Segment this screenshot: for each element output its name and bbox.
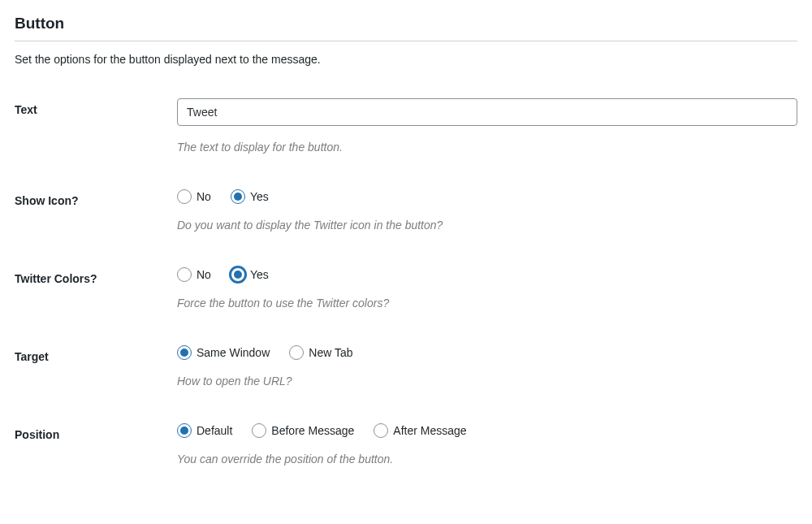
target-new-tab[interactable]: New Tab <box>289 345 352 360</box>
radio-icon <box>374 423 388 438</box>
radio-label: Yes <box>250 268 269 281</box>
radio-icon <box>289 345 304 360</box>
field-twitter-colors-help: Force the button to use the Twitter colo… <box>177 297 797 310</box>
show-icon-radio-group: No Yes <box>177 189 797 204</box>
show-icon-yes[interactable]: Yes <box>231 189 269 204</box>
radio-label: No <box>197 190 211 203</box>
radio-icon <box>177 267 192 282</box>
field-show-icon-help: Do you want to display the Twitter icon … <box>177 219 797 232</box>
field-text: Text The text to display for the button. <box>15 98 797 154</box>
twitter-colors-radio-group: No Yes <box>177 267 797 282</box>
field-show-icon-label: Show Icon? <box>15 189 177 207</box>
show-icon-no[interactable]: No <box>177 189 211 204</box>
field-position-help: You can override the position of the but… <box>177 453 797 466</box>
radio-label: New Tab <box>309 346 352 359</box>
field-show-icon-control: No Yes Do you want to display the Twitte… <box>177 189 797 232</box>
target-same-window[interactable]: Same Window <box>177 345 270 360</box>
radio-label: Default <box>197 424 232 437</box>
position-after[interactable]: After Message <box>374 423 466 438</box>
radio-icon <box>177 189 192 204</box>
section-title: Button <box>15 15 797 32</box>
field-show-icon: Show Icon? No Yes Do you want to display… <box>15 189 797 232</box>
radio-icon <box>252 423 266 438</box>
field-twitter-colors-label: Twitter Colors? <box>15 267 177 285</box>
radio-icon <box>231 189 245 204</box>
field-text-label: Text <box>15 98 177 116</box>
field-target-control: Same Window New Tab How to open the URL? <box>177 345 797 388</box>
field-twitter-colors-control: No Yes Force the button to use the Twitt… <box>177 267 797 310</box>
field-position: Position Default Before Message After Me… <box>15 423 797 466</box>
radio-label: After Message <box>393 424 466 437</box>
position-default[interactable]: Default <box>177 423 232 438</box>
section-divider <box>15 41 797 41</box>
radio-label: Before Message <box>271 424 354 437</box>
radio-icon <box>177 423 192 438</box>
field-text-control: The text to display for the button. <box>177 98 797 154</box>
field-position-control: Default Before Message After Message You… <box>177 423 797 466</box>
field-target: Target Same Window New Tab How to open t… <box>15 345 797 388</box>
radio-label: Same Window <box>197 346 270 359</box>
section-description: Set the options for the button displayed… <box>15 53 797 66</box>
target-radio-group: Same Window New Tab <box>177 345 797 360</box>
field-text-help: The text to display for the button. <box>177 141 797 154</box>
position-before[interactable]: Before Message <box>252 423 354 438</box>
field-twitter-colors: Twitter Colors? No Yes Force the button … <box>15 267 797 310</box>
twitter-colors-no[interactable]: No <box>177 267 211 282</box>
radio-icon <box>177 345 192 360</box>
field-target-label: Target <box>15 345 177 363</box>
position-radio-group: Default Before Message After Message <box>177 423 797 438</box>
radio-label: No <box>197 268 211 281</box>
field-position-label: Position <box>15 423 177 441</box>
text-input[interactable] <box>177 98 797 126</box>
radio-icon <box>231 267 245 282</box>
radio-label: Yes <box>250 190 269 203</box>
field-target-help: How to open the URL? <box>177 375 797 388</box>
twitter-colors-yes[interactable]: Yes <box>231 267 269 282</box>
